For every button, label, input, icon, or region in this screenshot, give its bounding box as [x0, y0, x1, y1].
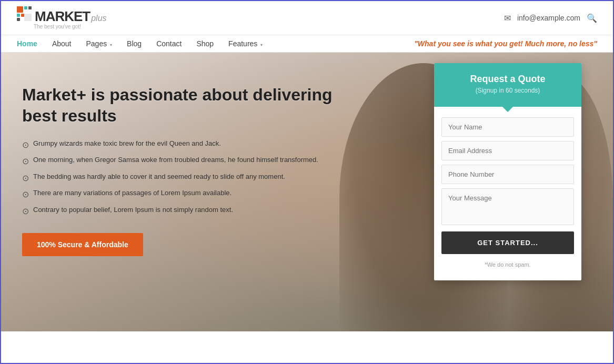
check-icon-3: ⊙: [22, 173, 29, 184]
hero-title: Market+ is passionate about delivering b…: [22, 84, 348, 126]
nav-link-pages[interactable]: Pages ▾: [86, 39, 113, 48]
list-item: ⊙ Grumpy wizards make toxic brew for the…: [22, 139, 348, 151]
list-item-text-5: Contrary to popular belief, Lorem Ipsum …: [33, 205, 233, 215]
email-icon: ✉: [504, 13, 511, 23]
nav-link-features[interactable]: Features ▾: [228, 39, 263, 48]
svg-rect-0: [17, 6, 23, 13]
search-icon[interactable]: 🔍: [587, 13, 597, 23]
logo-main: MARKET plus: [17, 6, 107, 25]
quote-card: Request a Quote (Signup in 60 seconds) G…: [434, 63, 581, 280]
nav-link-shop[interactable]: Shop: [196, 39, 214, 48]
spam-notice: *We do not spam.: [441, 261, 574, 272]
check-icon-5: ⊙: [22, 206, 29, 217]
list-item: ⊙ Contrary to popular belief, Lorem Ipsu…: [22, 205, 348, 217]
name-input[interactable]: [441, 117, 574, 137]
logo-tagline: The best you've got!: [34, 24, 107, 29]
check-icon-4: ⊙: [22, 189, 29, 200]
quote-body: GET STARTED... *We do not spam.: [434, 107, 581, 280]
list-item-text-3: The bedding was hardly able to cover it …: [33, 172, 285, 181]
hero-content: Market+ is passionate about delivering b…: [22, 84, 348, 256]
phone-input[interactable]: [441, 165, 574, 184]
nav-links: Home About Pages ▾ Blog Contact Shop Fea…: [17, 39, 263, 48]
quote-subtitle: (Signup in 60 seconds): [442, 87, 573, 94]
list-item-text-4: There are many variations of passages of…: [33, 188, 231, 198]
logo-area: MARKET plus The best you've got!: [17, 6, 107, 29]
nav-link-contact[interactable]: Contact: [156, 39, 182, 48]
hero-list: ⊙ Grumpy wizards make toxic brew for the…: [22, 139, 348, 217]
check-icon-1: ⊙: [22, 139, 29, 151]
nav-link-home[interactable]: Home: [17, 39, 37, 48]
features-caret: ▾: [260, 43, 263, 47]
svg-rect-3: [17, 14, 20, 17]
quote-submit-button[interactable]: GET STARTED...: [441, 231, 574, 254]
quote-header: Request a Quote (Signup in 60 seconds): [434, 63, 581, 107]
logo-plus-text: plus: [91, 14, 106, 23]
list-item-text-2: One morning, when Gregor Samsa woke from…: [33, 155, 318, 165]
nav-tagline: "What you see is what you get! Much more…: [414, 39, 597, 48]
svg-rect-4: [21, 14, 24, 17]
list-item-text-1: Grumpy wizards make toxic brew for the e…: [33, 139, 221, 148]
svg-rect-2: [28, 6, 32, 9]
quote-title: Request a Quote: [442, 74, 573, 85]
top-bar: MARKET plus The best you've got! ✉ info@…: [1, 1, 613, 35]
logo-icon: [17, 6, 32, 21]
hero-cta-button[interactable]: 100% Secure & Affordable: [22, 233, 143, 256]
hero-section: Market+ is passionate about delivering b…: [1, 53, 613, 331]
email-input[interactable]: [441, 141, 574, 160]
logo-market-text: MARKET: [35, 8, 90, 25]
list-item: ⊙ The bedding was hardly able to cover i…: [22, 172, 348, 184]
pages-caret: ▾: [110, 43, 112, 47]
svg-rect-6: [17, 18, 20, 21]
check-icon-2: ⊙: [22, 156, 29, 167]
top-right-contact: ✉ info@example.com 🔍: [504, 13, 597, 23]
nav-link-about[interactable]: About: [52, 39, 72, 48]
quote-arrow: [502, 107, 513, 112]
list-item: ⊙ One morning, when Gregor Samsa woke fr…: [22, 155, 348, 167]
list-item: ⊙ There are many variations of passages …: [22, 188, 348, 200]
nav-bar: Home About Pages ▾ Blog Contact Shop Fea…: [1, 35, 613, 53]
svg-rect-1: [24, 6, 27, 9]
nav-link-blog[interactable]: Blog: [127, 39, 142, 48]
email-address: info@example.com: [517, 14, 580, 22]
message-textarea[interactable]: [441, 188, 574, 225]
svg-rect-5: [24, 14, 32, 21]
